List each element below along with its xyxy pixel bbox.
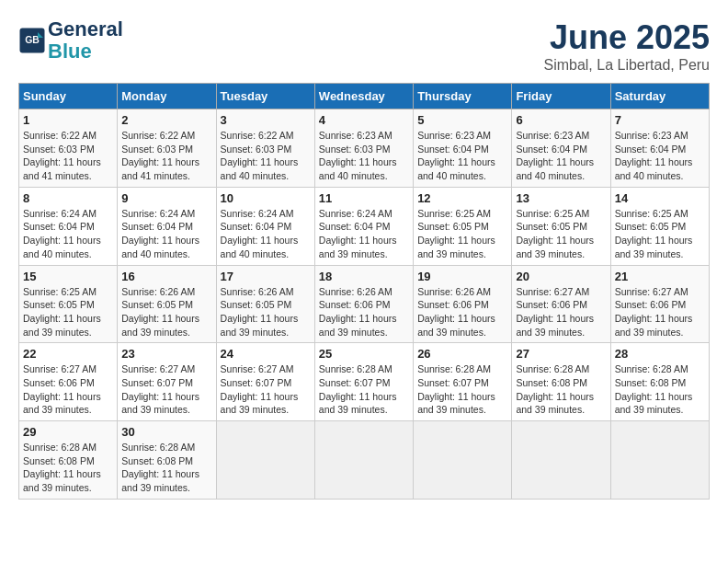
day-info: Sunrise: 6:28 AMSunset: 6:08 PMDaylight:… bbox=[23, 441, 113, 495]
col-tuesday: Tuesday bbox=[216, 84, 314, 109]
day-info: Sunrise: 6:28 AMSunset: 6:07 PMDaylight:… bbox=[417, 362, 507, 417]
title-area: June 2025 Simbal, La Libertad, Peru bbox=[543, 18, 710, 74]
col-wednesday: Wednesday bbox=[314, 84, 413, 109]
table-row bbox=[610, 421, 709, 500]
day-number: 23 bbox=[121, 347, 211, 361]
day-info: Sunrise: 6:22 AMSunset: 6:03 PMDaylight:… bbox=[121, 129, 211, 183]
day-number: 3 bbox=[221, 113, 311, 127]
day-number: 27 bbox=[516, 347, 606, 361]
table-row: 15Sunrise: 6:25 AMSunset: 6:05 PMDayligh… bbox=[19, 265, 118, 343]
day-number: 11 bbox=[319, 191, 409, 205]
logo: GB GeneralBlue bbox=[18, 18, 123, 63]
day-number: 18 bbox=[319, 270, 409, 283]
table-row: 4Sunrise: 6:23 AMSunset: 6:03 PMDaylight… bbox=[314, 109, 413, 188]
table-row: 26Sunrise: 6:28 AMSunset: 6:07 PMDayligh… bbox=[414, 343, 512, 421]
day-info: Sunrise: 6:28 AMSunset: 6:08 PMDaylight:… bbox=[615, 362, 705, 417]
day-number: 7 bbox=[615, 113, 705, 127]
day-number: 19 bbox=[417, 270, 507, 283]
day-number: 14 bbox=[615, 191, 705, 205]
day-info: Sunrise: 6:27 AMSunset: 6:07 PMDaylight:… bbox=[221, 362, 311, 417]
day-info: Sunrise: 6:22 AMSunset: 6:03 PMDaylight:… bbox=[221, 129, 311, 183]
col-sunday: Sunday bbox=[19, 84, 118, 109]
day-number: 4 bbox=[319, 113, 409, 127]
calendar-table: Sunday Monday Tuesday Wednesday Thursday… bbox=[18, 83, 710, 500]
table-row: 18Sunrise: 6:26 AMSunset: 6:06 PMDayligh… bbox=[314, 265, 413, 343]
table-row: 19Sunrise: 6:26 AMSunset: 6:06 PMDayligh… bbox=[414, 265, 512, 343]
day-info: Sunrise: 6:28 AMSunset: 6:08 PMDaylight:… bbox=[121, 441, 211, 495]
day-number: 10 bbox=[221, 191, 311, 205]
calendar-week-row: 1Sunrise: 6:22 AMSunset: 6:03 PMDaylight… bbox=[19, 109, 710, 188]
day-number: 5 bbox=[417, 113, 507, 127]
table-row: 27Sunrise: 6:28 AMSunset: 6:08 PMDayligh… bbox=[512, 343, 610, 421]
col-saturday: Saturday bbox=[610, 84, 709, 109]
table-row: 12Sunrise: 6:25 AMSunset: 6:05 PMDayligh… bbox=[414, 187, 512, 265]
table-row: 2Sunrise: 6:22 AMSunset: 6:03 PMDaylight… bbox=[118, 109, 216, 188]
day-info: Sunrise: 6:24 AMSunset: 6:04 PMDaylight:… bbox=[221, 207, 311, 261]
day-number: 9 bbox=[121, 191, 211, 205]
day-number: 12 bbox=[417, 191, 507, 205]
col-monday: Monday bbox=[118, 84, 216, 109]
table-row: 22Sunrise: 6:27 AMSunset: 6:06 PMDayligh… bbox=[19, 343, 118, 421]
location: Simbal, La Libertad, Peru bbox=[543, 57, 710, 74]
table-row: 7Sunrise: 6:23 AMSunset: 6:04 PMDaylight… bbox=[610, 109, 709, 188]
page-header: GB GeneralBlue June 2025 Simbal, La Libe… bbox=[18, 18, 710, 74]
day-number: 1 bbox=[23, 113, 113, 127]
day-info: Sunrise: 6:27 AMSunset: 6:06 PMDaylight:… bbox=[516, 285, 606, 339]
day-info: Sunrise: 6:23 AMSunset: 6:04 PMDaylight:… bbox=[615, 129, 705, 183]
day-number: 22 bbox=[23, 347, 113, 361]
day-number: 25 bbox=[319, 347, 409, 361]
table-row bbox=[314, 421, 413, 500]
table-row: 10Sunrise: 6:24 AMSunset: 6:04 PMDayligh… bbox=[216, 187, 314, 265]
table-row: 16Sunrise: 6:26 AMSunset: 6:05 PMDayligh… bbox=[118, 265, 216, 343]
calendar-week-row: 8Sunrise: 6:24 AMSunset: 6:04 PMDaylight… bbox=[19, 187, 710, 265]
table-row: 14Sunrise: 6:25 AMSunset: 6:05 PMDayligh… bbox=[610, 187, 709, 265]
calendar-week-row: 22Sunrise: 6:27 AMSunset: 6:06 PMDayligh… bbox=[19, 343, 710, 421]
day-info: Sunrise: 6:25 AMSunset: 6:05 PMDaylight:… bbox=[615, 207, 705, 261]
day-number: 24 bbox=[221, 347, 311, 361]
calendar-header-row: Sunday Monday Tuesday Wednesday Thursday… bbox=[19, 84, 710, 109]
day-number: 16 bbox=[121, 270, 211, 283]
table-row: 3Sunrise: 6:22 AMSunset: 6:03 PMDaylight… bbox=[216, 109, 314, 188]
day-number: 15 bbox=[23, 270, 113, 283]
day-info: Sunrise: 6:22 AMSunset: 6:03 PMDaylight:… bbox=[23, 129, 113, 183]
col-friday: Friday bbox=[512, 84, 610, 109]
col-thursday: Thursday bbox=[414, 84, 512, 109]
table-row: 28Sunrise: 6:28 AMSunset: 6:08 PMDayligh… bbox=[610, 343, 709, 421]
table-row bbox=[512, 421, 610, 500]
table-row: 20Sunrise: 6:27 AMSunset: 6:06 PMDayligh… bbox=[512, 265, 610, 343]
month-title: June 2025 bbox=[543, 18, 710, 57]
table-row: 21Sunrise: 6:27 AMSunset: 6:06 PMDayligh… bbox=[610, 265, 709, 343]
day-info: Sunrise: 6:23 AMSunset: 6:03 PMDaylight:… bbox=[319, 129, 409, 183]
table-row: 9Sunrise: 6:24 AMSunset: 6:04 PMDaylight… bbox=[118, 187, 216, 265]
table-row bbox=[216, 421, 314, 500]
table-row: 23Sunrise: 6:27 AMSunset: 6:07 PMDayligh… bbox=[118, 343, 216, 421]
day-number: 17 bbox=[221, 270, 311, 283]
day-number: 29 bbox=[23, 425, 113, 439]
day-number: 21 bbox=[615, 270, 705, 283]
day-info: Sunrise: 6:26 AMSunset: 6:06 PMDaylight:… bbox=[417, 285, 507, 339]
calendar-week-row: 29Sunrise: 6:28 AMSunset: 6:08 PMDayligh… bbox=[19, 421, 710, 500]
day-info: Sunrise: 6:26 AMSunset: 6:06 PMDaylight:… bbox=[319, 285, 409, 339]
day-info: Sunrise: 6:25 AMSunset: 6:05 PMDaylight:… bbox=[516, 207, 606, 261]
calendar-week-row: 15Sunrise: 6:25 AMSunset: 6:05 PMDayligh… bbox=[19, 265, 710, 343]
day-info: Sunrise: 6:23 AMSunset: 6:04 PMDaylight:… bbox=[516, 129, 606, 183]
day-info: Sunrise: 6:26 AMSunset: 6:05 PMDaylight:… bbox=[121, 285, 211, 339]
table-row: 13Sunrise: 6:25 AMSunset: 6:05 PMDayligh… bbox=[512, 187, 610, 265]
table-row: 29Sunrise: 6:28 AMSunset: 6:08 PMDayligh… bbox=[19, 421, 118, 500]
table-row: 11Sunrise: 6:24 AMSunset: 6:04 PMDayligh… bbox=[314, 187, 413, 265]
day-info: Sunrise: 6:24 AMSunset: 6:04 PMDaylight:… bbox=[319, 207, 409, 261]
day-number: 2 bbox=[121, 113, 211, 127]
table-row: 17Sunrise: 6:26 AMSunset: 6:05 PMDayligh… bbox=[216, 265, 314, 343]
day-info: Sunrise: 6:24 AMSunset: 6:04 PMDaylight:… bbox=[121, 207, 211, 261]
day-number: 26 bbox=[417, 347, 507, 361]
table-row: 30Sunrise: 6:28 AMSunset: 6:08 PMDayligh… bbox=[118, 421, 216, 500]
table-row: 6Sunrise: 6:23 AMSunset: 6:04 PMDaylight… bbox=[512, 109, 610, 188]
day-info: Sunrise: 6:25 AMSunset: 6:05 PMDaylight:… bbox=[23, 285, 113, 339]
day-info: Sunrise: 6:23 AMSunset: 6:04 PMDaylight:… bbox=[417, 129, 507, 183]
table-row: 25Sunrise: 6:28 AMSunset: 6:07 PMDayligh… bbox=[314, 343, 413, 421]
day-info: Sunrise: 6:28 AMSunset: 6:08 PMDaylight:… bbox=[516, 362, 606, 417]
day-info: Sunrise: 6:27 AMSunset: 6:06 PMDaylight:… bbox=[615, 285, 705, 339]
table-row: 8Sunrise: 6:24 AMSunset: 6:04 PMDaylight… bbox=[19, 187, 118, 265]
svg-text:GB: GB bbox=[25, 34, 40, 45]
logo-text: GeneralBlue bbox=[48, 18, 123, 63]
